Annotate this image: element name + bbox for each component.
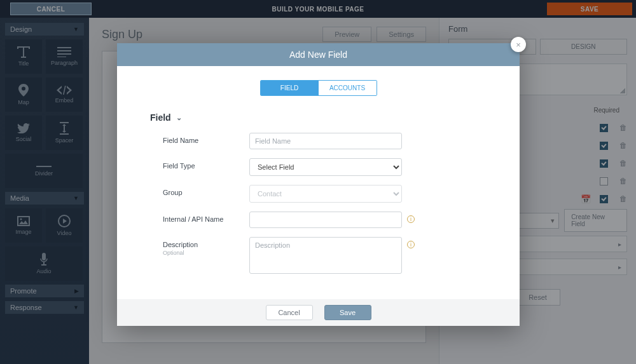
field-type-label: Field Type (163, 158, 249, 170)
modal-save-button[interactable]: Save (324, 305, 371, 320)
modal-title: Add New Field (117, 43, 520, 66)
chevron-down-icon: ⌄ (176, 114, 182, 122)
field-name-input[interactable] (249, 133, 402, 149)
modal-cancel-button[interactable]: Cancel (266, 305, 313, 320)
field-name-label: Field Name (163, 133, 249, 144)
section-label: Field (150, 112, 171, 123)
description-label: Description Optional (163, 237, 249, 256)
internal-name-input[interactable] (249, 212, 402, 228)
tab-accounts[interactable]: ACCOUNTS (319, 81, 377, 95)
description-textarea[interactable] (249, 237, 402, 274)
group-select: Contact (249, 185, 402, 203)
section-header[interactable]: Field ⌄ (150, 112, 494, 123)
modal-footer: Cancel Save (117, 299, 520, 326)
field-type-select[interactable]: Select Field (249, 158, 402, 176)
info-icon[interactable]: i (407, 215, 415, 223)
group-label: Group (163, 185, 249, 196)
info-icon[interactable]: i (407, 241, 415, 248)
internal-name-label: Internal / API Name (163, 212, 249, 223)
close-button[interactable]: × (511, 37, 526, 52)
modal-tab-switch: FIELD ACCOUNTS (260, 80, 377, 96)
tab-field[interactable]: FIELD (261, 81, 319, 95)
app-root: CANCEL BUILD YOUR MOBILE PAGE SAVE Desig… (0, 0, 636, 364)
add-field-modal: × Add New Field FIELD ACCOUNTS Field ⌄ F… (117, 43, 520, 326)
